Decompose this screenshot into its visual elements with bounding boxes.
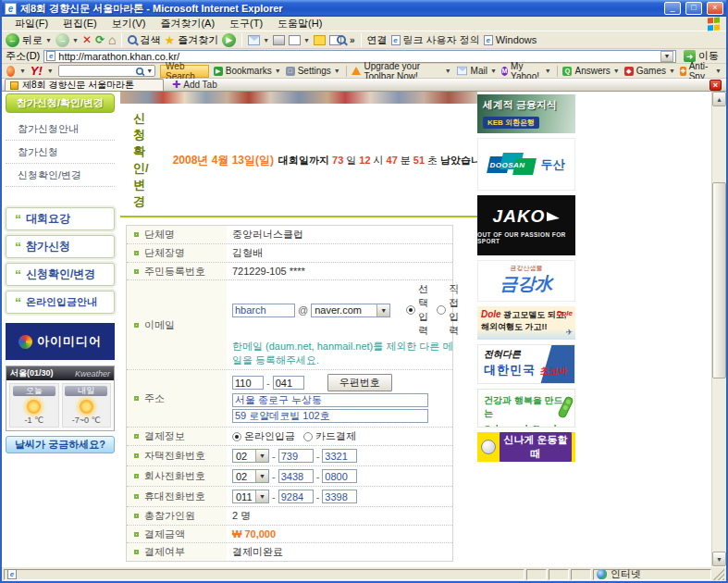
close-button[interactable]: × (707, 2, 723, 15)
menu-tools[interactable]: 도구(T) (222, 16, 270, 31)
tab-marathon[interactable]: 제8회 경향신문 서울마라톤 (5, 79, 164, 91)
scroll-up-icon[interactable]: ▲ (712, 92, 726, 106)
select-arrow-icon[interactable]: ▼ (255, 450, 268, 462)
maximize-button[interactable]: □ (685, 2, 702, 15)
menu-edit[interactable]: 편집(E) (56, 16, 105, 31)
settings-button[interactable]: □ Settings ▼ (286, 66, 340, 76)
vertical-scrollbar[interactable]: ▲ ▼ (711, 92, 726, 566)
menu-file[interactable]: 파일(F) (7, 16, 56, 31)
email-direct-radio[interactable] (437, 305, 446, 315)
mobile-phone-prefix-select[interactable]: 011▼ (232, 490, 269, 503)
email-select-radio[interactable] (406, 305, 415, 315)
scroll-down-icon[interactable]: ▼ (712, 552, 726, 566)
mail-button[interactable]: ▼ (248, 35, 269, 45)
office-phone-prefix-select[interactable]: 02▼ (232, 469, 269, 483)
bookmarks-dropdown-icon[interactable]: ▼ (275, 68, 281, 74)
anti-spy-dropdown-icon[interactable]: ▼ (715, 68, 722, 74)
office-phone-last-input[interactable] (322, 469, 357, 483)
sidebar-button-outline[interactable]: “ 대회요강 (6, 207, 115, 230)
yahoo-search-icon[interactable] (136, 68, 143, 75)
mobile-phone-last-input[interactable] (322, 490, 357, 503)
upgrade-dropdown-icon[interactable]: ▼ (445, 68, 451, 74)
eye-dropdown-icon[interactable]: ▼ (19, 68, 26, 74)
online-deposit-radio[interactable] (232, 432, 241, 441)
ad-geumgang-banner[interactable]: 금강산샘물 금강水 (477, 260, 575, 302)
messenger-button[interactable] (314, 35, 326, 45)
mobile-phone-mid-input[interactable] (278, 490, 314, 503)
games-button[interactable]: ◆ Games ▼ (624, 66, 675, 76)
email-domain-select[interactable]: naver.com ▼ (311, 304, 390, 317)
sidebar-button-deposit[interactable]: “ 온라인입금안내 (6, 291, 115, 314)
select-arrow-icon[interactable]: ▼ (376, 304, 389, 316)
select-arrow-icon[interactable]: ▼ (255, 490, 268, 502)
zipcode-button[interactable]: 우편번호 (327, 374, 392, 391)
toolbar-overflow-chevron-icon[interactable]: » (350, 35, 355, 45)
yahoo-mail-button[interactable]: Mail ▼ (456, 66, 497, 76)
ad-doosan-banner[interactable]: DOOSAN 두산 (477, 138, 575, 191)
menu-help[interactable]: 도움말(H) (270, 16, 329, 31)
minimize-button[interactable]: _ (664, 2, 681, 15)
link-custom[interactable]: e 링크 사용자 정의 (391, 33, 480, 47)
weather-cta-button[interactable]: 날씨가 궁금하세요? (6, 436, 115, 453)
edit-dropdown-icon[interactable]: ▼ (303, 37, 310, 43)
mail-dropdown-icon[interactable]: ▼ (263, 37, 269, 43)
settings-dropdown-icon[interactable]: ▼ (334, 68, 340, 74)
sidebar-item-apply[interactable]: 참가신청 (6, 141, 115, 164)
address-dropdown-icon[interactable]: ▼ (660, 51, 673, 62)
sidebar-header[interactable]: 참가신청/확인/변경 (6, 93, 115, 113)
ad-sports-banner[interactable]: 신나게 운동할때 (477, 432, 575, 462)
menu-view[interactable]: 보기(V) (105, 16, 154, 31)
yahoo-logo[interactable]: Y! (31, 64, 43, 78)
forward-button[interactable]: → ▼ (56, 33, 79, 47)
forward-dropdown-icon[interactable]: ▼ (72, 37, 79, 43)
imedia-banner[interactable]: 아이미디어 (6, 323, 115, 360)
yahoo-dropdown-icon[interactable]: ▼ (47, 68, 54, 74)
sidebar-button-apply[interactable]: “ 참가신청 (6, 235, 115, 258)
office-phone-mid-input[interactable] (278, 469, 314, 483)
sidebar-item-confirm[interactable]: 신청확인/변경 (6, 164, 115, 187)
card-pay-radio[interactable] (303, 432, 313, 441)
zip2-input[interactable] (273, 376, 304, 390)
sidebar-item-guide[interactable]: 참가신청안내 (6, 118, 115, 141)
games-dropdown-icon[interactable]: ▼ (669, 68, 675, 74)
yahoo-search-dropdown-icon[interactable]: ▼ (146, 68, 153, 74)
refresh-button[interactable]: ⟳ (95, 34, 105, 45)
yahoo-search-input[interactable]: ▼ (58, 65, 155, 77)
ad-jako-banner[interactable]: JAKO OUT OF OUR PASSION FOR SPORT (477, 195, 575, 255)
media-button[interactable]: ▶ (222, 33, 236, 47)
my-yahoo-dropdown-icon[interactable]: ▼ (545, 68, 551, 74)
mail-dropdown-icon[interactable]: ▼ (490, 68, 497, 74)
stop-button[interactable]: ✕ (82, 34, 92, 45)
select-arrow-icon[interactable]: ▼ (255, 470, 268, 482)
print-button[interactable] (273, 35, 285, 45)
home-phone-prefix-select[interactable]: 02▼ (232, 449, 269, 463)
doc-search-button[interactable] (329, 35, 346, 45)
toolbar-close-icon[interactable]: × (709, 80, 722, 91)
bookmarks-button[interactable]: ▶ Bookmarks ▼ (214, 66, 281, 76)
sidebar-button-confirm[interactable]: “ 신청확인/변경 (6, 263, 115, 286)
favorites-button[interactable]: ★ 즐겨찾기 (164, 33, 218, 47)
home-phone-last-input[interactable] (322, 449, 357, 463)
search-button[interactable]: 검색 (128, 33, 160, 47)
address-line2-input[interactable] (232, 409, 428, 423)
toolbar-eye-icon[interactable] (6, 66, 15, 77)
answers-button[interactable]: Q Answers ▼ (562, 66, 619, 76)
web-search-button[interactable]: Web Search (160, 65, 209, 78)
ad-keb-banner[interactable]: 세계적 금융지식 KEB 외환은행 (477, 94, 575, 133)
ad-choco-banner[interactable]: 전혀다른 대한민국 초코바 X-5 (477, 344, 575, 384)
menu-favorites[interactable]: 즐겨찾기(A) (153, 16, 222, 31)
address-line1-input[interactable] (232, 393, 428, 407)
ad-sahmyook-banner[interactable]: 건강과 행복을 만드는 Sahmyook Foods (477, 389, 575, 428)
back-dropdown-icon[interactable]: ▼ (45, 37, 52, 43)
scrollbar-thumb[interactable] (712, 182, 726, 378)
edit-button[interactable]: ▼ (289, 35, 310, 45)
zip1-input[interactable] (232, 376, 264, 390)
ad-dole-banner[interactable]: Dole 광고모델도 되고, 해외여행도 가고!! Dole ✈ (477, 306, 575, 340)
home-phone-mid-input[interactable] (278, 449, 314, 463)
email-id-input[interactable] (232, 304, 295, 317)
answers-dropdown-icon[interactable]: ▼ (613, 68, 620, 74)
home-button[interactable]: ⌂ (108, 33, 116, 46)
back-button[interactable]: ← 뒤로 ▼ (6, 33, 52, 47)
link-windows[interactable]: e Windows (484, 34, 537, 45)
add-tab-button[interactable]: ✚ Add Tab (167, 79, 223, 91)
